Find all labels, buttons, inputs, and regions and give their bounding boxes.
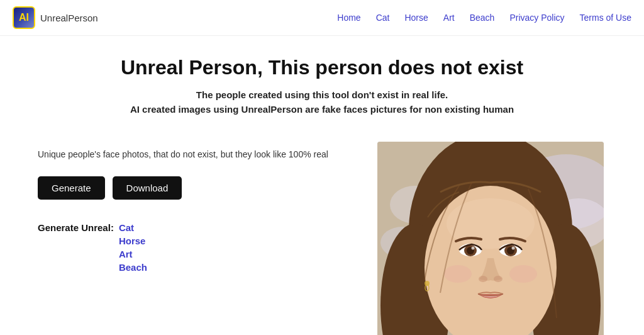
nav-terms[interactable]: Terms of Use xyxy=(580,13,631,23)
svg-point-23 xyxy=(509,265,537,283)
download-button[interactable]: Download xyxy=(113,176,182,200)
nav-privacy[interactable]: Privacy Policy xyxy=(509,13,564,23)
svg-point-24 xyxy=(425,281,430,286)
svg-point-21 xyxy=(494,276,502,282)
generate-unreal-section: Generate Unreal: Cat Horse Art Beach xyxy=(38,222,352,273)
generate-art-link[interactable]: Art xyxy=(119,249,147,259)
navbar: AI UnrealPerson Home Cat Horse Art Beach… xyxy=(0,0,644,36)
description-text: Unique people's face photos, that do not… xyxy=(38,148,352,161)
main-content: Unique people's face photos, that do not… xyxy=(0,129,644,335)
nav-horse[interactable]: Horse xyxy=(404,13,428,23)
nav-beach[interactable]: Beach xyxy=(470,13,495,23)
generate-cat-link[interactable]: Cat xyxy=(119,222,147,233)
right-panel xyxy=(377,142,604,335)
svg-point-22 xyxy=(444,265,472,283)
generate-unreal-links: Cat Horse Art Beach xyxy=(119,222,147,273)
svg-point-19 xyxy=(512,247,515,250)
nav-cat[interactable]: Cat xyxy=(376,13,390,23)
hero-subtitle1: The people created using this tool don't… xyxy=(13,88,631,103)
button-row: Generate Download xyxy=(38,176,352,200)
svg-point-20 xyxy=(479,276,487,282)
generate-beach-link[interactable]: Beach xyxy=(119,262,147,273)
hero-section: Unreal Person, This person does not exis… xyxy=(0,36,644,129)
nav-logo: AI UnrealPerson xyxy=(13,6,98,29)
hero-subtitle2: AI created images using UnrealPerson are… xyxy=(13,103,631,117)
logo-text: AI xyxy=(19,12,29,23)
svg-point-11 xyxy=(447,198,535,249)
hero-title: Unreal Person, This person does not exis… xyxy=(13,56,631,79)
generate-horse-link[interactable]: Horse xyxy=(119,236,147,246)
nav-links: Home Cat Horse Art Beach Privacy Policy … xyxy=(337,12,631,23)
nav-home[interactable]: Home xyxy=(337,13,360,23)
face-image xyxy=(377,142,604,335)
generate-button[interactable]: Generate xyxy=(38,176,105,200)
generate-unreal-label: Generate Unreal: xyxy=(38,222,114,233)
left-panel: Unique people's face photos, that do not… xyxy=(38,142,352,273)
brand-name: UnrealPerson xyxy=(40,13,98,23)
nav-art[interactable]: Art xyxy=(443,13,455,23)
svg-point-15 xyxy=(472,247,475,250)
logo-icon: AI xyxy=(13,6,35,29)
face-svg xyxy=(377,142,604,335)
